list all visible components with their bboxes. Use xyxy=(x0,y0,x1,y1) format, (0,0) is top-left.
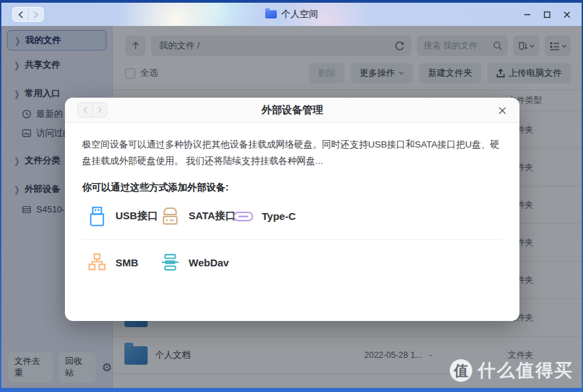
titlebar: 个人空间 xyxy=(1,3,582,26)
type-c-icon xyxy=(233,211,254,222)
device-methods-row-2: SMB WebDav xyxy=(82,240,502,285)
modal-subtitle: 你可以通过这些方式添加外部设备: xyxy=(82,182,502,194)
maximize-icon xyxy=(543,11,551,18)
modal-close-button[interactable] xyxy=(496,104,509,117)
method-type-c[interactable]: Type-C xyxy=(233,206,296,227)
chevron-left-icon xyxy=(83,107,88,113)
minimize-icon xyxy=(524,11,531,18)
usb-icon xyxy=(89,206,105,227)
method-label: SATA接口 xyxy=(189,210,236,223)
modal-history-nav xyxy=(77,102,107,117)
forward-button[interactable] xyxy=(28,8,43,21)
method-label: WebDav xyxy=(189,257,229,268)
back-button[interactable] xyxy=(13,8,28,21)
close-button[interactable] xyxy=(560,8,573,21)
watermark: 值 什么值得买 xyxy=(450,359,573,382)
method-webdav[interactable]: WebDav xyxy=(160,252,229,272)
watermark-text: 什么值得买 xyxy=(478,359,573,382)
chevron-right-icon xyxy=(97,107,103,113)
modal-header: 外部设备管理 xyxy=(65,98,519,123)
minimize-button[interactable] xyxy=(520,8,534,21)
close-icon xyxy=(498,107,506,115)
back-button[interactable] xyxy=(78,103,92,117)
modal-body: 极空间设备可以通过多种协议把其他设备挂载成网络硬盘。同时还支持USB接口和SAT… xyxy=(65,123,519,285)
close-icon xyxy=(563,11,571,18)
chevron-right-icon xyxy=(33,11,39,18)
method-label: Type-C xyxy=(262,210,296,222)
forward-button[interactable] xyxy=(92,103,107,117)
window-frame: 个人空间 ❯ 我的文件 ❯ 共享文件 ❯ xyxy=(0,0,583,392)
modal-title: 外部设备管理 xyxy=(65,104,519,117)
method-label: USB接口 xyxy=(116,210,158,223)
window-controls xyxy=(520,3,573,26)
method-smb[interactable]: SMB xyxy=(87,252,160,272)
method-sata[interactable]: SATA接口 xyxy=(160,206,233,227)
device-methods-row-1: USB接口 SATA接口 Type-C xyxy=(82,194,502,240)
external-device-modal: 外部设备管理 极空间设备可以通过多种协议把其他设备挂载成网络硬盘。同时还支持US… xyxy=(65,98,519,321)
webdav-icon xyxy=(161,253,180,272)
window-title-area: 个人空间 xyxy=(1,3,582,26)
chevron-left-icon xyxy=(18,11,24,18)
method-usb[interactable]: USB接口 xyxy=(87,206,160,227)
smb-icon xyxy=(87,253,107,272)
sata-icon xyxy=(161,206,180,227)
smzdm-logo: 值 xyxy=(450,359,472,382)
maximize-button[interactable] xyxy=(540,8,554,21)
modal-description: 极空间设备可以通过多种协议把其他设备挂载成网络硬盘。同时还支持USB接口和SAT… xyxy=(82,137,502,170)
method-label: SMB xyxy=(116,257,138,268)
history-nav xyxy=(12,7,44,22)
app-folder-icon xyxy=(265,10,277,18)
window-title: 个人空间 xyxy=(282,8,318,20)
app-window: 个人空间 ❯ 我的文件 ❯ 共享文件 ❯ xyxy=(1,3,582,388)
